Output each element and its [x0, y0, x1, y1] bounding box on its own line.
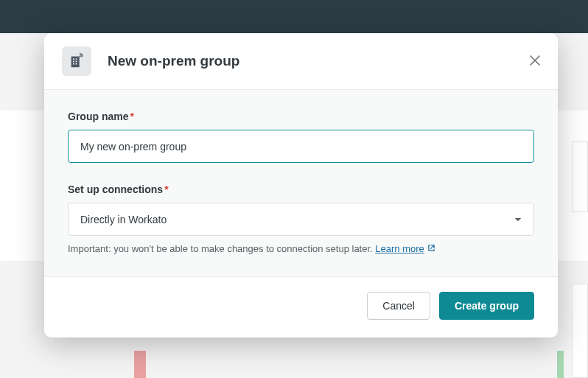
- modal-footer: Cancel Create group: [44, 276, 558, 337]
- required-asterisk: *: [130, 111, 133, 122]
- create-group-button[interactable]: Create group: [439, 292, 534, 320]
- background-card: [572, 284, 588, 378]
- close-icon: [530, 55, 540, 68]
- svg-rect-1: [73, 58, 74, 60]
- svg-rect-0: [71, 57, 80, 68]
- svg-rect-4: [76, 61, 77, 63]
- helper-prefix: Important: you won't be able to make cha…: [68, 243, 375, 254]
- svg-point-7: [80, 56, 81, 57]
- label-text: Set up connections: [68, 183, 163, 195]
- background-pillar: [557, 351, 564, 378]
- learn-more-link[interactable]: Learn more: [375, 242, 435, 256]
- close-button[interactable]: [528, 55, 542, 68]
- modal-header: New on-prem group: [44, 33, 558, 90]
- new-onprem-group-modal: New on-prem group Group name* Set up con…: [44, 33, 558, 337]
- group-name-input[interactable]: [68, 130, 534, 163]
- external-link-icon: [427, 242, 435, 256]
- helper-text: Important: you won't be able to make cha…: [68, 242, 534, 256]
- required-asterisk: *: [164, 183, 168, 195]
- svg-rect-5: [73, 63, 74, 65]
- setup-connections-field-group: Set up connections* Directly in Workato …: [68, 183, 534, 256]
- link-text: Learn more: [375, 242, 424, 256]
- svg-rect-2: [76, 58, 77, 60]
- modal-title: New on-prem group: [108, 53, 239, 69]
- cancel-button[interactable]: Cancel: [367, 292, 430, 320]
- group-name-label: Group name*: [68, 111, 534, 122]
- modal-body: Group name* Set up connections* Directly…: [44, 90, 558, 276]
- setup-connections-select[interactable]: Directly in Workato: [68, 203, 534, 236]
- background-card: [572, 141, 588, 212]
- setup-connections-label: Set up connections*: [68, 183, 534, 195]
- caret-down-icon: [514, 217, 522, 222]
- group-name-field-group: Group name*: [68, 111, 534, 163]
- svg-rect-6: [76, 63, 77, 65]
- background-pillar: [134, 351, 146, 378]
- svg-rect-3: [73, 61, 74, 63]
- label-text: Group name: [68, 111, 128, 122]
- onprem-building-icon: [62, 46, 91, 76]
- select-value: Directly in Workato: [80, 214, 167, 225]
